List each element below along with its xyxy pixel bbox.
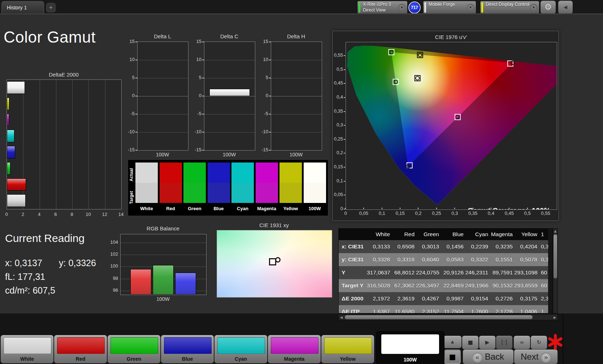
tick-mark <box>344 195 345 195</box>
back-button[interactable]: « Back <box>463 350 513 364</box>
collapse-panel-icon[interactable]: ◀ <box>558 1 573 14</box>
table-value: 1,6387 <box>367 305 391 313</box>
display-control-status-stripe <box>481 2 483 13</box>
tick-mark <box>202 150 204 151</box>
tick-mark <box>345 208 346 209</box>
deltae-bar-cyan <box>7 130 14 142</box>
actual-target-swatch-strip: Actual Target WhiteRedGreenBlueCyanMagen… <box>128 160 328 216</box>
table-horizontal-scrollbar[interactable]: ◀ ▶ <box>338 314 558 320</box>
tick-mark <box>473 208 473 209</box>
gridline <box>138 96 188 96</box>
pattern-button-100w[interactable]: 100W <box>376 332 444 364</box>
transport-refresh-button[interactable]: ↻ <box>531 336 547 349</box>
pattern-button-yellow[interactable]: Yellow <box>321 335 374 363</box>
meter-count-badge[interactable]: 717 <box>408 1 421 14</box>
next-button[interactable]: Next » <box>514 350 558 364</box>
gear-icon[interactable]: ⚙ <box>541 1 556 14</box>
add-tab-button[interactable]: + <box>46 3 56 12</box>
pattern-button-white[interactable]: White <box>1 335 53 363</box>
x-axis-label: 100W <box>271 152 321 157</box>
y-axis-tick-label: -5 <box>127 111 135 116</box>
gridline <box>204 60 255 60</box>
pattern-source-dropdown[interactable]: Mobile Forge ▼ <box>423 1 476 14</box>
tick-mark <box>382 208 382 209</box>
meter-dropdown[interactable]: X-Rite i1Pro 3Direct View ▼ <box>357 1 407 14</box>
chart-title: CIE 1931 xy <box>217 222 331 228</box>
header-cell: Magenta <box>490 229 514 240</box>
tick-mark <box>344 83 345 84</box>
tick-mark <box>344 181 345 182</box>
transport-single-pattern-button[interactable]: [·] <box>496 336 512 349</box>
target-row-label: Target <box>129 187 134 208</box>
pattern-button-blue[interactable]: Blue <box>161 335 214 363</box>
table-value-clipped: 1, <box>539 305 548 313</box>
x-axis-tick-label: 0,25 <box>430 211 443 216</box>
table-header-row: WhiteRedGreenBlueCyanMagentaYellow1 <box>339 229 548 240</box>
current-reading-title: Current Reading <box>5 232 84 244</box>
swatch-red-target <box>160 183 182 203</box>
pattern-button-green[interactable]: Green <box>108 335 160 363</box>
gridline <box>204 96 255 96</box>
pattern-source-label: Mobile Forge <box>429 2 467 8</box>
pattern-label: Cyan <box>214 356 267 362</box>
gridline <box>138 132 188 133</box>
scroll-right-icon[interactable]: ▶ <box>552 316 557 319</box>
pattern-swatch <box>164 337 212 354</box>
table-value: 0,3133 <box>367 240 391 253</box>
x-axis-tick-label: 0 <box>2 212 11 217</box>
y-axis-tick-label: 0,2 <box>333 150 343 155</box>
tab-history-1[interactable]: History 1 <box>1 1 44 13</box>
header-cell: White <box>367 229 391 240</box>
x-axis-tick-label: 0,05 <box>357 211 370 216</box>
table-value: 0,2239 <box>465 240 490 253</box>
pattern-button-cyan[interactable]: Cyan <box>214 335 267 363</box>
x-axis-tick-label: 8 <box>68 212 76 217</box>
delta-bar <box>209 89 250 96</box>
y-axis-tick-label: 0,1 <box>333 178 343 183</box>
display-control-dropdown[interactable]: Direct Display Control ▼ <box>480 1 539 14</box>
table-value: 293,1098 <box>514 266 539 279</box>
measured-point-circle-marker <box>275 257 281 263</box>
swatch-label: Cyan <box>231 206 254 211</box>
header-cell: Blue <box>441 229 465 240</box>
pattern-window-icon[interactable]: ■ <box>444 350 461 364</box>
table-value-clipped: 0,3 <box>539 240 548 253</box>
table-value: 0,3322 <box>465 253 490 266</box>
show-pattern-window-chevron-icon[interactable]: ▲ <box>443 336 461 348</box>
table-value: 0,3235 <box>490 240 514 253</box>
transport-play-button[interactable]: ▶ <box>479 336 495 349</box>
source-status-stripe <box>424 2 426 13</box>
gridline <box>271 60 322 60</box>
gridline <box>138 114 188 114</box>
pattern-swatch <box>57 337 105 354</box>
gridline <box>105 80 105 209</box>
scroll-up-icon[interactable]: ▲ <box>553 229 558 233</box>
scroll-left-icon[interactable]: ◀ <box>339 316 344 319</box>
table-value: 0,3318 <box>391 253 416 266</box>
y-axis-tick-label: 0 <box>127 93 135 98</box>
y-axis-tick-label: 98 <box>108 276 118 281</box>
chart-title: Delta H <box>271 33 321 39</box>
header-cell: Green <box>416 229 441 240</box>
tick-mark <box>509 208 509 209</box>
tick-mark <box>202 132 204 133</box>
table-value: 0,6508 <box>391 240 416 253</box>
table-vertical-scrollbar[interactable]: ▲ <box>553 228 558 313</box>
x-axis-tick-label: 0,4 <box>485 211 498 216</box>
pattern-button-magenta[interactable]: Magenta <box>268 335 321 363</box>
spectral-locus-fill <box>346 42 557 209</box>
chevron-down-icon: ▼ <box>398 4 405 11</box>
y-axis-tick-label: -10 <box>127 129 135 134</box>
pattern-button-red[interactable]: Red <box>54 335 107 363</box>
header-cell: Red <box>391 229 416 240</box>
gridline <box>138 78 188 78</box>
delta-l-plot <box>137 42 188 151</box>
chart-title: Delta C <box>204 33 255 39</box>
transport-stop-button[interactable]: ■ <box>462 336 478 349</box>
tick-mark <box>135 60 137 60</box>
pattern-label: Red <box>54 356 107 362</box>
vertical-scroll-thumb[interactable] <box>554 234 557 278</box>
horizontal-scroll-thumb[interactable] <box>345 315 533 319</box>
transport-continuous-button[interactable]: ∞ <box>514 336 530 349</box>
table-row: ΔE ITP1,638711,65802,315211,75041,76002,… <box>339 305 548 313</box>
